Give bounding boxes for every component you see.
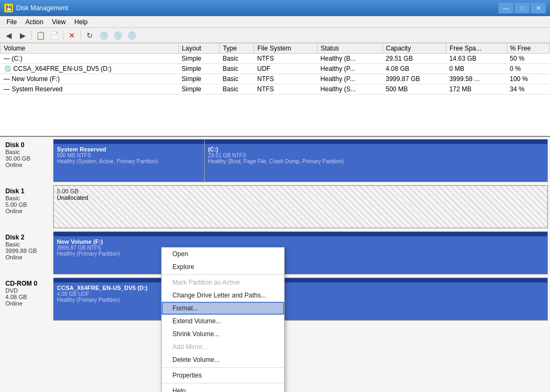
context-menu-item[interactable]: Format...: [162, 302, 284, 315]
table-cell: NTFS: [254, 74, 317, 84]
table-cell: Simple: [178, 74, 219, 84]
disk-size: 4.08 GB: [5, 294, 50, 300]
partition-info: 3999.87 GB NTFS: [57, 245, 544, 251]
disk-status: Online: [5, 300, 50, 307]
disk-label: Disk 1Basic5.00 GBOnline: [2, 185, 53, 228]
partition-header-bar: [54, 278, 547, 282]
partition-status: Healthy (Boot, Page File, Crash Dump, Pr…: [208, 158, 544, 164]
window-title: Disk Management: [16, 4, 498, 12]
partition[interactable]: (C:)29.51 GB NTFSHealthy (Boot, Page Fil…: [205, 140, 547, 182]
context-menu-item[interactable]: Properties: [162, 369, 284, 382]
partition-name: New Volume (F:): [57, 238, 544, 245]
table-cell: 500 MB: [382, 84, 446, 95]
table-cell: Basic: [219, 84, 254, 95]
context-menu-item[interactable]: Extend Volume...: [162, 315, 284, 328]
toolbar-separator-2: [63, 31, 63, 40]
table-row[interactable]: — New Volume (F:)SimpleBasicNTFSHealthy …: [1, 74, 550, 84]
context-menu-item[interactable]: Help: [162, 384, 284, 392]
partition-name: System Reserved: [57, 146, 201, 153]
col-type: Type: [219, 43, 254, 54]
context-menu-item[interactable]: Open: [162, 248, 284, 260]
table-cell: 100 %: [506, 74, 549, 84]
table-cell: 14.63 GB: [446, 54, 506, 64]
context-menu-item[interactable]: Change Drive Letter and Paths...: [162, 289, 284, 302]
menu-file[interactable]: File: [2, 17, 21, 27]
close-button[interactable]: ✕: [531, 3, 546, 13]
partition[interactable]: New Volume (F:)3999.87 GB NTFSHealthy (P…: [54, 232, 547, 274]
context-menu-item[interactable]: Shrink Volume...: [162, 328, 284, 340]
volume-table-body: — (C:)SimpleBasicNTFSHealthy (B...29.51 …: [1, 54, 550, 95]
menu-view[interactable]: View: [48, 17, 70, 27]
disk-row: Disk 1Basic5.00 GBOnline5.00 GBUnallocat…: [2, 185, 548, 228]
table-cell: Simple: [178, 54, 219, 64]
table-cell: — (C:): [1, 54, 179, 64]
minimize-button[interactable]: —: [498, 3, 513, 13]
disk-status: Online: [5, 254, 50, 260]
title-bar: 💾 Disk Management — □ ✕: [0, 0, 550, 16]
disk-type: DVD: [5, 287, 50, 294]
table-row[interactable]: — (C:)SimpleBasicNTFSHealthy (B...29.51 …: [1, 54, 550, 64]
toolbar: ◀ ▶ 📋 📄 ✕ ↻ 💿 💿 💿: [0, 28, 550, 43]
partition-header-bar: [205, 140, 547, 144]
maximize-button[interactable]: □: [515, 3, 530, 13]
toolbar-btn-4[interactable]: ↻: [83, 30, 96, 41]
partition-info: Unallocated: [57, 194, 544, 201]
table-row[interactable]: — System ReservedSimpleBasicNTFSHealthy …: [1, 84, 550, 95]
partition[interactable]: CCSA_X64FRE_EN-US_DV5 (D:)4.08 GB UDFHea…: [54, 278, 547, 320]
partition[interactable]: 5.00 GBUnallocated: [54, 186, 547, 228]
disk-size: 30.00 GB: [5, 155, 50, 162]
partition[interactable]: System Reserved500 MB NTFSHealthy (Syste…: [54, 140, 205, 182]
toolbar-btn-6[interactable]: 💿: [111, 30, 124, 41]
table-cell: 0 %: [506, 64, 549, 74]
table-header-row: Volume Layout Type File System Status Ca…: [1, 43, 550, 54]
context-menu-item: Mark Partition as Active: [162, 276, 284, 289]
col-capacity: Capacity: [382, 43, 446, 54]
menu-help[interactable]: Help: [70, 17, 92, 27]
table-row[interactable]: 💿 CCSA_X64FRE_EN-US_DV5 (D:)SimpleBasicU…: [1, 64, 550, 74]
table-cell: UDF: [254, 64, 317, 74]
table-cell: Simple: [178, 84, 219, 95]
col-pct-free: % Free: [506, 43, 549, 54]
table-cell: 3999.58 ...: [446, 74, 506, 84]
col-layout: Layout: [178, 43, 219, 54]
table-cell: Basic: [219, 54, 254, 64]
disk-label: Disk 0Basic30.00 GBOnline: [2, 139, 53, 182]
col-free-space: Free Spa...: [446, 43, 506, 54]
table-cell: — System Reserved: [1, 84, 179, 95]
partition-header-bar: [54, 140, 204, 144]
toolbar-btn-7[interactable]: 💿: [125, 30, 138, 41]
table-cell: Healthy (B...: [317, 54, 382, 64]
back-button[interactable]: ◀: [2, 30, 15, 41]
toolbar-btn-2[interactable]: 📄: [48, 30, 61, 41]
disk-type: Basic: [5, 149, 50, 155]
context-menu-item: Add Mirror...: [162, 340, 284, 353]
disk-partitions: System Reserved500 MB NTFSHealthy (Syste…: [53, 139, 548, 182]
disk-status: Online: [5, 162, 50, 168]
table-cell: 172 MB: [446, 84, 506, 95]
forward-button[interactable]: ▶: [16, 30, 29, 41]
table-cell: 💿 CCSA_X64FRE_EN-US_DV5 (D:): [1, 64, 179, 74]
app-icon: 💾: [4, 4, 13, 12]
table-cell: 34 %: [506, 84, 549, 95]
col-volume: Volume: [1, 43, 179, 54]
window-controls: — □ ✕: [498, 3, 546, 13]
context-menu-item[interactable]: Explore: [162, 260, 284, 273]
disk-label: CD-ROM 0DVD4.08 GBOnline: [2, 278, 53, 321]
disk-type: Basic: [5, 241, 50, 248]
volume-list: Volume Layout Type File System Status Ca…: [0, 43, 550, 95]
table-cell: Basic: [219, 64, 254, 74]
disk-row: Disk 0Basic30.00 GBOnlineSystem Reserved…: [2, 139, 548, 182]
context-menu-item[interactable]: Delete Volume...: [162, 353, 284, 366]
toolbar-btn-1[interactable]: 📋: [34, 30, 47, 41]
menu-action[interactable]: Action: [21, 17, 47, 27]
table-cell: Healthy (S...: [317, 84, 382, 95]
toolbar-separator-3: [81, 31, 81, 40]
context-menu: OpenExploreMark Partition as ActiveChang…: [161, 247, 285, 392]
toolbar-btn-5[interactable]: 💿: [97, 30, 110, 41]
partition-status: Healthy (Primary Partition): [57, 297, 544, 303]
col-filesystem: File System: [254, 43, 317, 54]
disk-label: Disk 2Basic3999.88 GBOnline: [2, 231, 53, 274]
toolbar-btn-3[interactable]: ✕: [66, 30, 78, 41]
disk-name: Disk 1: [5, 187, 50, 195]
partition-status: Healthy (Primary Partition): [57, 251, 544, 257]
